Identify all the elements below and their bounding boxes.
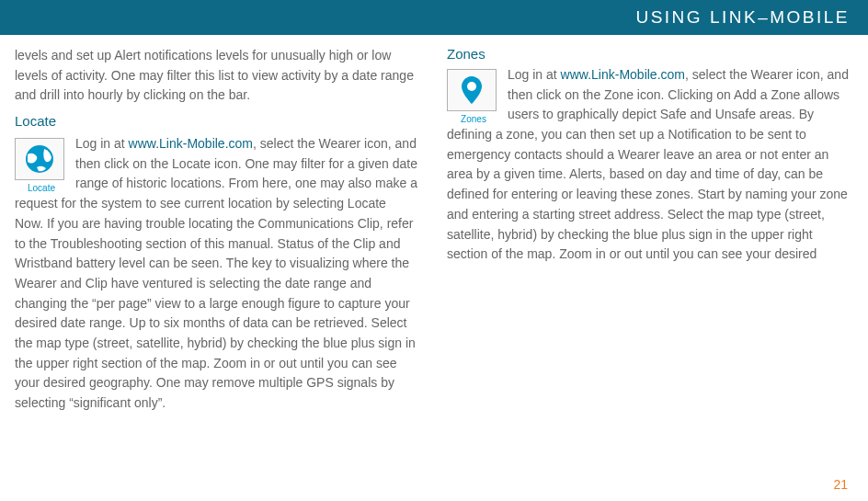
- zones-paragraph: Log in at www.Link-Mobile.com, select th…: [447, 65, 850, 265]
- locate-heading: Locate: [15, 113, 417, 129]
- header-title: USING LINK–MOBILE: [635, 7, 850, 28]
- zones-posttext: , select the Wearer icon, and then click…: [447, 67, 849, 261]
- svg-point-1: [467, 82, 476, 91]
- content-area: levels and set up Alert notifications le…: [0, 35, 868, 414]
- zones-section: Zones Log in at www.Link-Mobile.com, sel…: [447, 65, 850, 265]
- locate-icon-label: Locate: [15, 183, 68, 193]
- zones-icon-container: Zones: [447, 69, 500, 124]
- zones-link[interactable]: www.Link-Mobile.com: [561, 67, 685, 82]
- locate-pretext: Log in at: [75, 136, 129, 151]
- locate-link[interactable]: www.Link-Mobile.com: [129, 136, 253, 151]
- globe-icon: [15, 138, 64, 180]
- locate-posttext: , select the Wearer icon, and then click…: [15, 136, 417, 410]
- intro-paragraph: levels and set up Alert notifications le…: [15, 46, 417, 106]
- locate-icon-container: Locate: [15, 138, 68, 193]
- locate-section: Locate Log in at www.Link-Mobile.com, se…: [15, 134, 417, 414]
- locate-paragraph: Log in at www.Link-Mobile.com, select th…: [15, 134, 417, 414]
- left-column: levels and set up Alert notifications le…: [15, 46, 417, 414]
- page-header: USING LINK–MOBILE: [0, 0, 868, 35]
- zones-pretext: Log in at: [508, 67, 561, 82]
- page-number: 21: [833, 477, 848, 492]
- zones-heading: Zones: [447, 46, 850, 62]
- map-pin-icon: [447, 69, 497, 111]
- zones-icon-label: Zones: [447, 114, 500, 124]
- right-column: Zones Zones Log in at www.Link-Mobile.co…: [447, 46, 850, 414]
